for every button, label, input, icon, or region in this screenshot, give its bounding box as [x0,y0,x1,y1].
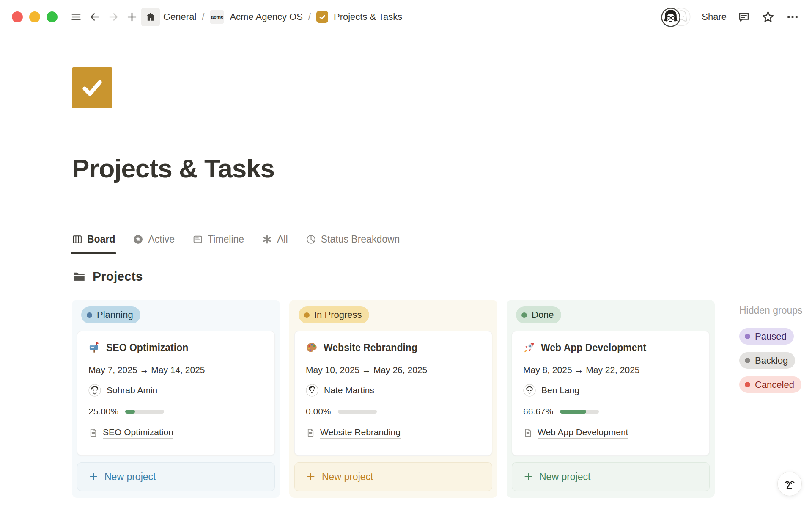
status-label: Planning [97,309,133,320]
projects-section-header[interactable]: Projects [72,269,143,284]
new-project-label: New project [104,471,156,483]
status-pill-planning[interactable]: Planning [81,306,140,323]
document-icon [88,428,98,438]
new-tab-button[interactable] [123,8,141,26]
comments-button[interactable] [738,11,750,23]
timeline-icon [192,234,203,245]
zoom-window-button[interactable] [47,11,58,22]
status-pill-done[interactable]: Done [516,306,561,323]
breadcrumb-separator: / [202,11,204,22]
palette-emoji [306,342,318,353]
page-link-label: Website Rebranding [320,427,401,439]
tab-label: Status Breakdown [321,234,400,245]
sidebar-menu-button[interactable] [67,8,85,26]
pie-icon [306,234,316,245]
status-label: Canceled [755,379,794,390]
rocket-emoji [523,342,535,353]
breadcrumb-projects-tasks[interactable]: Projects & Tasks [334,11,402,22]
tab-label: Timeline [208,234,244,245]
status-label: Paused [755,331,787,342]
card-date-range: May 7, 2025 → May 14, 2025 [88,365,263,375]
project-card-seo-optimization[interactable]: SEO Optimization May 7, 2025 → May 14, 2… [77,331,275,456]
progress-bar [338,410,377,414]
plus-icon [126,11,138,23]
share-button[interactable]: Share [702,11,727,22]
plus-icon [523,472,533,482]
card-date-range: May 10, 2025 → May 26, 2025 [306,365,481,375]
tab-active[interactable]: Active [133,234,175,245]
new-project-button-done[interactable]: New project [512,462,710,491]
breadcrumb-acme-agency-os[interactable]: Acme Agency OS [230,11,302,22]
assignee-avatar [523,384,536,397]
status-dot [745,334,750,339]
page-title[interactable]: Projects & Tasks [72,154,812,183]
breadcrumb-separator: / [308,11,311,22]
folder-icon [72,269,86,284]
ellipsis-icon [786,10,799,24]
progress-percent: 66.67% [523,406,553,417]
breadcrumb-general[interactable]: General [163,11,196,22]
comment-icon [738,11,750,23]
project-card-website-rebranding[interactable]: Website Rebranding May 10, 2025 → May 26… [294,331,492,456]
new-project-button-planning[interactable]: New project [77,462,275,491]
favorite-button[interactable] [761,10,775,24]
new-project-label: New project [539,471,590,483]
back-button[interactable] [85,8,104,26]
page-link-seo-optimization[interactable]: SEO Optimization [88,427,263,439]
assignee-avatar [306,384,318,397]
workspace-logo-acme[interactable]: acme [210,10,224,24]
board-icon [72,234,82,245]
more-options-button[interactable] [786,10,799,24]
status-dot [87,312,92,318]
checkmark-icon [78,74,106,102]
asterisk-icon [262,234,272,245]
checkbox-page-icon[interactable] [316,11,328,23]
page-link-web-app-development[interactable]: Web App Development [523,427,698,439]
assignee-name: Sohrab Amin [107,385,157,395]
page-link-website-rebranding[interactable]: Website Rebranding [306,427,481,439]
tab-timeline[interactable]: Timeline [192,234,244,245]
tab-board[interactable]: Board [72,234,115,245]
new-project-label: New project [322,471,373,483]
minimize-window-button[interactable] [29,11,40,22]
tab-label: Board [87,234,115,245]
page-link-label: Web App Development [538,427,628,439]
status-dot [521,312,527,318]
traffic-lights [12,11,58,22]
hidden-group-paused[interactable]: Paused [739,328,794,345]
star-circle-icon [133,234,143,245]
forward-button[interactable] [104,8,123,26]
close-window-button[interactable] [12,11,23,22]
page-icon-checkbox[interactable] [72,67,112,108]
column-in-progress: In Progress Website Rebranding May 10, 2… [289,300,497,498]
notion-ai-button[interactable] [777,472,802,496]
home-button[interactable] [141,8,160,26]
card-date-range: May 8, 2025 → May 22, 2025 [523,365,698,375]
tab-status-breakdown[interactable]: Status Breakdown [306,234,400,245]
star-icon [761,10,775,24]
progress-percent: 25.00% [88,406,118,417]
assignee-name: Ben Lang [541,385,579,395]
status-pill-in-progress[interactable]: In Progress [299,306,369,323]
hidden-groups-panel: Hidden groups Paused Backlog Canceled [739,300,812,393]
hidden-group-canceled[interactable]: Canceled [739,376,801,393]
document-icon [306,428,315,438]
arrow-right-icon [107,11,120,23]
new-project-button-in-progress[interactable]: New project [294,462,492,491]
assignee-name: Nate Martins [324,385,374,395]
view-tabs: Board Active Timeline All Status Breakdo… [72,234,743,254]
section-title: Projects [93,269,143,284]
status-dot [745,358,750,363]
project-card-web-app-development[interactable]: Web App Development May 8, 2025 → May 22… [512,331,710,456]
status-label: In Progress [314,309,362,320]
status-dot [304,312,310,318]
hamburger-icon [70,11,82,23]
avatar [661,8,680,27]
mailbox-emoji [88,342,100,353]
column-planning: Planning SEO Optimization May 7, 2025 → … [72,300,280,498]
window-titlebar: General / acme Acme Agency OS / Projects… [0,0,812,34]
breadcrumb: General / acme Acme Agency OS / Projects… [163,10,402,24]
tab-all[interactable]: All [262,234,288,245]
hidden-group-backlog[interactable]: Backlog [739,352,795,369]
collaborator-avatars[interactable] [661,7,691,27]
